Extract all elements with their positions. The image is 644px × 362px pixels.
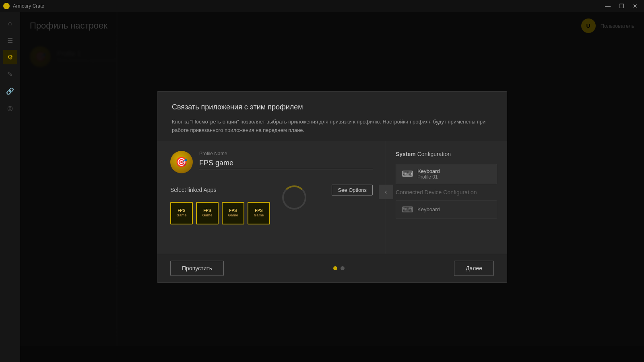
modal-footer: Пропустить Далее [157, 254, 507, 282]
system-config-title: System Configuration [396, 151, 497, 157]
restore-button[interactable]: ❐ [616, 0, 627, 12]
device-card-keyboard: ⌨ Keyboard Profile 01 [396, 164, 497, 184]
minimize-button[interactable]: — [602, 0, 613, 12]
device-name: Keyboard [417, 168, 491, 174]
modal-overlay: Связать приложения с этим профилем Кнопк… [20, 12, 644, 362]
keyboard-icon: ⌨ [402, 169, 413, 179]
profile-name-label: Profile Name [199, 151, 373, 156]
sidebar-item-settings[interactable]: ⚙ [3, 50, 17, 64]
modal-header: Связать приложения с этим профилем Кнопк… [157, 92, 507, 141]
profile-icon: 🎯 [170, 151, 193, 173]
profile-name-field: Profile Name [199, 151, 373, 169]
modal-description: Кнопка "Посмотреть опции" позволяет выбр… [172, 118, 492, 135]
connected-device-title: Connected Device Configuration [396, 189, 497, 195]
device-info: Keyboard Profile 01 [417, 168, 491, 180]
sidebar-item-profile[interactable]: ◎ [3, 101, 17, 115]
modal-right-panel: ‹ System Configuration ⌨ Keyboard Profil… [386, 141, 507, 254]
sidebar-item-link[interactable]: 🔗 [3, 84, 17, 98]
skip-button[interactable]: Пропустить [170, 261, 224, 276]
app-icons-grid: FPS Game FPS Game FPS Game FPS Game [170, 202, 373, 224]
sidebar-item-edit[interactable]: ✎ [3, 67, 17, 81]
connected-device-card: ⌨ Keyboard [396, 200, 497, 219]
profile-name-input[interactable] [199, 159, 373, 169]
see-options-button[interactable]: See Options [332, 185, 373, 195]
pagination-dot-1 [333, 266, 337, 270]
app-icon-item[interactable]: FPS Game [222, 202, 244, 224]
titlebar: Armoury Crate — ❐ ✕ [0, 0, 644, 12]
close-button[interactable]: ✕ [630, 0, 641, 12]
sidebar-item-menu[interactable]: ☰ [3, 33, 17, 47]
sidebar-item-home[interactable]: ⌂ [3, 16, 17, 31]
connected-device-info: Keyboard [417, 206, 491, 212]
connected-keyboard-icon: ⌨ [402, 205, 413, 214]
connected-device-name: Keyboard [417, 206, 491, 212]
select-apps-section: Select linked Apps See Options [170, 185, 373, 195]
next-button[interactable]: Далее [454, 261, 494, 276]
modal-title: Связать приложения с этим профилем [172, 103, 492, 111]
app-icon-item[interactable]: FPS Game [248, 202, 270, 224]
modal-dialog: Связать приложения с этим профилем Кнопк… [157, 91, 507, 283]
modal-left-panel: 🎯 Profile Name Select linked Apps See Op… [157, 141, 386, 254]
pagination-dot-2 [341, 266, 345, 270]
app-icon-item[interactable]: FPS Game [196, 202, 219, 224]
left-chevron-button[interactable]: ‹ [379, 185, 393, 199]
spinner-circle [282, 185, 306, 210]
modal-body: 🎯 Profile Name Select linked Apps See Op… [157, 141, 507, 254]
app-icon-item[interactable]: FPS Game [170, 202, 193, 224]
pagination-dots [333, 266, 345, 270]
sidebar: ⌂ ☰ ⚙ ✎ 🔗 ◎ [0, 12, 20, 362]
device-profile: Profile 01 [417, 174, 491, 180]
select-apps-label: Select linked Apps [170, 187, 216, 193]
app-logo-icon [3, 3, 10, 9]
window-controls: — ❐ ✕ [602, 0, 641, 12]
titlebar-left: Armoury Crate [3, 3, 44, 9]
app-title: Armoury Crate [13, 3, 44, 9]
loading-spinner [282, 185, 306, 210]
profile-name-section: 🎯 Profile Name [170, 151, 373, 173]
